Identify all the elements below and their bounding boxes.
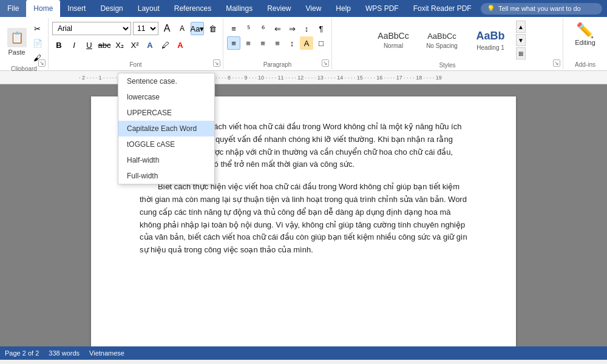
editing-icon: ✏️: [576, 22, 594, 39]
tell-me-input[interactable]: 💡 Tell me what you want to do: [481, 3, 602, 15]
status-bar: Page 2 of 2 338 words Vietnamese: [0, 346, 607, 360]
decrease-indent-button[interactable]: ⇐: [271, 22, 284, 35]
styles-scroll-up[interactable]: ▲: [516, 21, 526, 33]
clipboard-expand[interactable]: ↘: [38, 59, 46, 67]
highlight-color-button[interactable]: 🖊: [158, 38, 172, 52]
align-right-button[interactable]: ≡: [256, 36, 270, 50]
tab-view[interactable]: View: [299, 0, 329, 17]
dropdown-item-lowercase[interactable]: lowercase: [118, 89, 214, 105]
font-color-button[interactable]: A: [174, 38, 187, 52]
styles-scroll-down[interactable]: ▼: [516, 34, 526, 46]
paste-button[interactable]: 📋 Paste: [4, 26, 30, 58]
word-count: 338 words: [49, 349, 80, 357]
styles-area: AaBbCc Normal AaBbCc No Spacing AaBb Hea…: [369, 19, 526, 61]
show-marks-button[interactable]: ¶: [314, 22, 328, 35]
dropdown-item-uppercase[interactable]: UPPERCASE: [118, 105, 214, 121]
style-normal[interactable]: AaBbCc Normal: [369, 19, 418, 61]
tab-foxit[interactable]: Foxit Reader PDF: [406, 0, 479, 17]
font-label: Font: [129, 60, 141, 68]
lightbulb-icon: 💡: [487, 5, 495, 13]
font-family-select[interactable]: Arial: [52, 22, 131, 35]
tab-wps-pdf[interactable]: WPS PDF: [358, 0, 406, 17]
editing-content: ✏️ Editing: [567, 19, 603, 49]
group-clipboard: 📋 Paste ✂ 📄 🖌 Clipboard ↘: [0, 18, 49, 69]
tab-help[interactable]: Help: [328, 0, 358, 17]
paragraph-label: Paragraph: [263, 60, 292, 68]
tab-file[interactable]: File: [0, 0, 26, 17]
paste-label: Paste: [8, 49, 25, 56]
bullets-button[interactable]: ≡: [227, 22, 240, 35]
copy-button[interactable]: 📄: [31, 36, 44, 50]
change-case-button[interactable]: Aa▾: [191, 22, 204, 35]
style-heading1[interactable]: AaBb Heading 1: [466, 19, 515, 61]
ribbon-content: 📋 Paste ✂ 📄 🖌 Clipboard ↘ Arial: [0, 17, 607, 70]
tab-layout[interactable]: Layout: [131, 0, 167, 17]
numbering-button[interactable]: ⁵: [242, 22, 255, 35]
change-case-dropdown: Sentence case. lowercase UPPERCASE Capit…: [118, 73, 215, 184]
clipboard-content: 📋 Paste ✂ 📄 🖌: [4, 19, 44, 64]
paragraph-expand[interactable]: ↘: [322, 59, 329, 67]
styles-scroll: ▲ ▼ ⊞: [516, 21, 526, 59]
style-normal-label: Normal: [384, 42, 403, 49]
group-font: Arial 11 A A Aa▾ 🗑 B I U abc X₂ X²: [49, 18, 223, 69]
tab-mailings[interactable]: Mailings: [219, 0, 260, 17]
border-button[interactable]: □: [314, 36, 328, 50]
group-editing: ✏️ Editing Add-ins: [563, 18, 607, 69]
font-row-1: Arial 11 A A Aa▾ 🗑: [52, 22, 219, 35]
group-paragraph: ≡ ⁵ ⁶ ⇐ ⇒ ↕ ¶ ≡ ≡ ≡ ≡ ↕ A □ Pa: [223, 18, 332, 69]
tab-references[interactable]: References: [167, 0, 219, 17]
cut-button[interactable]: ✂: [31, 22, 44, 35]
clear-formatting-button[interactable]: 🗑: [206, 22, 219, 35]
strikethrough-button[interactable]: abc: [98, 38, 111, 52]
paste-icon: 📋: [7, 28, 27, 47]
italic-button[interactable]: I: [67, 38, 81, 52]
font-expand[interactable]: ↘: [213, 59, 220, 67]
subscript-button[interactable]: X₂: [113, 38, 126, 52]
language: Vietnamese: [89, 349, 124, 357]
style-heading1-label: Heading 1: [476, 44, 504, 51]
dropdown-item-capitalize[interactable]: Capitalize Each Word: [118, 121, 214, 136]
group-styles: AaBbCc Normal AaBbCc No Spacing AaBb Hea…: [332, 18, 563, 69]
ruler: · 2 · · · · 1 · · · · · · · · 2 · · · · …: [0, 71, 607, 84]
editing-label: Editing: [575, 39, 595, 46]
para-row-2: ≡ ≡ ≡ ≡ ↕ A □: [227, 36, 328, 50]
align-left-button[interactable]: ≡: [227, 36, 240, 50]
dropdown-item-sentence[interactable]: Sentence case.: [118, 73, 214, 89]
underline-button[interactable]: U: [83, 38, 96, 52]
page-count: Page 2 of 2: [5, 349, 39, 357]
multilevel-button[interactable]: ⁶: [256, 22, 270, 35]
grow-font-button[interactable]: A: [160, 22, 174, 35]
sort-button[interactable]: ↕: [300, 22, 313, 35]
superscript-button[interactable]: X²: [128, 38, 141, 52]
style-nospacing-label: No Spacing: [426, 42, 458, 49]
style-no-spacing[interactable]: AaBbCc No Spacing: [418, 19, 466, 61]
line-spacing-button[interactable]: ↕: [285, 36, 299, 50]
text-effects-button[interactable]: A: [143, 38, 157, 52]
tab-design[interactable]: Design: [93, 0, 130, 17]
ribbon: 📋 Paste ✂ 📄 🖌 Clipboard ↘ Arial: [0, 17, 607, 71]
ribbon-tabs-row: File Home Insert Design Layout Reference…: [0, 0, 607, 17]
justify-button[interactable]: ≡: [271, 36, 284, 50]
dropdown-item-half[interactable]: Half-width: [118, 152, 214, 168]
addins-label: Add-ins: [575, 60, 595, 68]
font-row-2: B I U abc X₂ X² A 🖊 A: [52, 38, 219, 52]
bold-button[interactable]: B: [52, 38, 66, 52]
para-row-1: ≡ ⁵ ⁶ ⇐ ⇒ ↕ ¶: [227, 22, 328, 35]
styles-expand[interactable]: ↘: [553, 59, 560, 67]
tab-insert[interactable]: Insert: [60, 0, 93, 17]
tab-home[interactable]: Home: [26, 0, 60, 17]
styles-expand[interactable]: ⊞: [516, 47, 526, 59]
shading-button[interactable]: A: [300, 36, 313, 50]
paragraph-2: Biết cách thực hiện việc viết hoa chữ cá…: [140, 181, 467, 257]
font-size-select[interactable]: 11: [133, 22, 158, 35]
dropdown-item-toggle[interactable]: tOGGLE cASE: [118, 136, 214, 152]
increase-indent-button[interactable]: ⇒: [285, 22, 299, 35]
document-area: Việc biết cách cách viết hoa chữ cái đầu…: [0, 84, 607, 346]
tab-review[interactable]: Review: [260, 0, 298, 17]
align-center-button[interactable]: ≡: [242, 36, 255, 50]
styles-label: Styles: [439, 61, 455, 69]
dropdown-item-full[interactable]: Full-width: [118, 168, 214, 184]
shrink-font-button[interactable]: A: [175, 22, 189, 35]
